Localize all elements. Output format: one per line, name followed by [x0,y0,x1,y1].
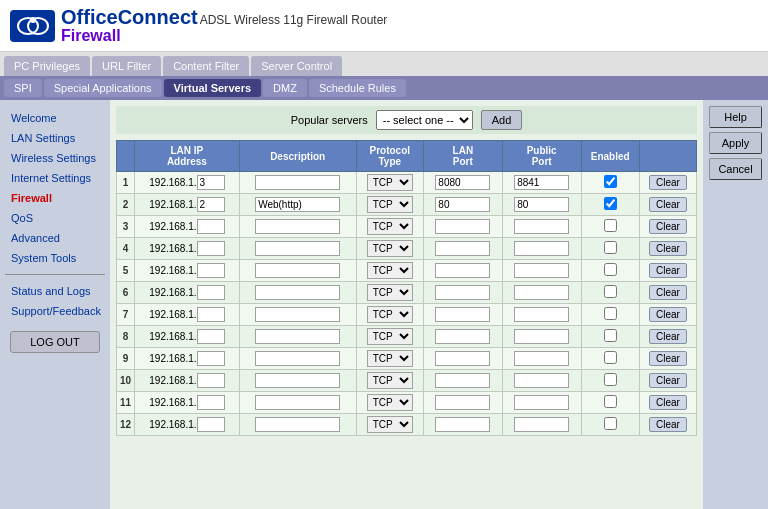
description-input[interactable] [255,307,340,322]
sidebar-item-firewall[interactable]: Firewall [5,188,105,208]
protocol-select[interactable]: TCPUDPBoth [367,284,413,301]
clear-button[interactable]: Clear [649,241,687,256]
description-input[interactable] [255,329,340,344]
public-port-input[interactable] [514,307,569,322]
public-port-input[interactable] [514,285,569,300]
lan-port-input[interactable] [435,241,490,256]
clear-button[interactable]: Clear [649,329,687,344]
lan-port-input[interactable] [435,219,490,234]
lan-ip-suffix-input[interactable] [197,373,225,388]
clear-button[interactable]: Clear [649,307,687,322]
description-input[interactable] [255,285,340,300]
enabled-checkbox[interactable] [604,417,617,430]
description-input[interactable] [255,351,340,366]
subtab-spi[interactable]: SPI [4,79,42,97]
public-port-input[interactable] [514,417,569,432]
lan-port-input[interactable] [435,351,490,366]
clear-button[interactable]: Clear [649,263,687,278]
enabled-checkbox[interactable] [604,395,617,408]
enabled-checkbox[interactable] [604,263,617,276]
public-port-input[interactable] [514,373,569,388]
lan-port-input[interactable] [435,285,490,300]
description-input[interactable] [255,219,340,234]
enabled-checkbox[interactable] [604,307,617,320]
enabled-checkbox[interactable] [604,175,617,188]
clear-button[interactable]: Clear [649,373,687,388]
public-port-input[interactable] [514,351,569,366]
enabled-checkbox[interactable] [604,219,617,232]
clear-button[interactable]: Clear [649,417,687,432]
protocol-select[interactable]: TCPUDPBoth [367,372,413,389]
sidebar-item-system-tools[interactable]: System Tools [5,248,105,268]
lan-ip-suffix-input[interactable] [197,417,225,432]
public-port-input[interactable] [514,395,569,410]
sidebar-item-welcome[interactable]: Welcome [5,108,105,128]
lan-ip-suffix-input[interactable] [197,329,225,344]
lan-ip-suffix-input[interactable] [197,197,225,212]
protocol-select[interactable]: TCPUDPBoth [367,240,413,257]
tab-server-control[interactable]: Server Control [251,56,342,76]
lan-port-input[interactable] [435,175,490,190]
logout-button[interactable]: LOG OUT [10,331,100,353]
lan-ip-suffix-input[interactable] [197,219,225,234]
lan-port-input[interactable] [435,329,490,344]
sidebar-item-status-logs[interactable]: Status and Logs [5,281,105,301]
clear-button[interactable]: Clear [649,351,687,366]
lan-ip-suffix-input[interactable] [197,175,225,190]
tab-url-filter[interactable]: URL Filter [92,56,161,76]
public-port-input[interactable] [514,197,569,212]
lan-ip-suffix-input[interactable] [197,241,225,256]
enabled-checkbox[interactable] [604,329,617,342]
enabled-checkbox[interactable] [604,285,617,298]
description-input[interactable] [255,395,340,410]
clear-button[interactable]: Clear [649,219,687,234]
protocol-select[interactable]: TCPUDPBoth [367,262,413,279]
tab-pc-privileges[interactable]: PC Privileges [4,56,90,76]
lan-port-input[interactable] [435,263,490,278]
sidebar-item-internet-settings[interactable]: Internet Settings [5,168,105,188]
cancel-button[interactable]: Cancel [709,158,762,180]
lan-port-input[interactable] [435,417,490,432]
lan-port-input[interactable] [435,395,490,410]
sidebar-item-qos[interactable]: QoS [5,208,105,228]
description-input[interactable] [255,373,340,388]
description-input[interactable] [255,175,340,190]
lan-port-input[interactable] [435,307,490,322]
sidebar-item-support[interactable]: Support/Feedback [5,301,105,321]
public-port-input[interactable] [514,219,569,234]
lan-port-input[interactable] [435,373,490,388]
subtab-virtual-servers[interactable]: Virtual Servers [164,79,261,97]
popular-servers-select[interactable]: -- select one -- [376,110,473,130]
help-button[interactable]: Help [709,106,762,128]
protocol-select[interactable]: TCPUDPBoth [367,328,413,345]
subtab-dmz[interactable]: DMZ [263,79,307,97]
add-button[interactable]: Add [481,110,523,130]
clear-button[interactable]: Clear [649,175,687,190]
enabled-checkbox[interactable] [604,373,617,386]
clear-button[interactable]: Clear [649,395,687,410]
description-input[interactable] [255,263,340,278]
lan-port-input[interactable] [435,197,490,212]
clear-button[interactable]: Clear [649,197,687,212]
sidebar-item-advanced[interactable]: Advanced [5,228,105,248]
protocol-select[interactable]: TCPUDPBoth [367,416,413,433]
lan-ip-suffix-input[interactable] [197,351,225,366]
description-input[interactable] [255,417,340,432]
public-port-input[interactable] [514,329,569,344]
sidebar-item-wireless-settings[interactable]: Wireless Settings [5,148,105,168]
subtab-special-apps[interactable]: Special Applications [44,79,162,97]
clear-button[interactable]: Clear [649,285,687,300]
lan-ip-suffix-input[interactable] [197,285,225,300]
protocol-select[interactable]: TCPUDPBoth [367,394,413,411]
lan-ip-suffix-input[interactable] [197,395,225,410]
enabled-checkbox[interactable] [604,241,617,254]
lan-ip-suffix-input[interactable] [197,307,225,322]
public-port-input[interactable] [514,241,569,256]
public-port-input[interactable] [514,175,569,190]
tab-content-filter[interactable]: Content Filter [163,56,249,76]
protocol-select[interactable]: TCPUDPBoth [367,350,413,367]
protocol-select[interactable]: TCPUDPBoth [367,218,413,235]
protocol-select[interactable]: TCPUDPBoth [367,174,413,191]
protocol-select[interactable]: TCPUDPBoth [367,306,413,323]
lan-ip-suffix-input[interactable] [197,263,225,278]
